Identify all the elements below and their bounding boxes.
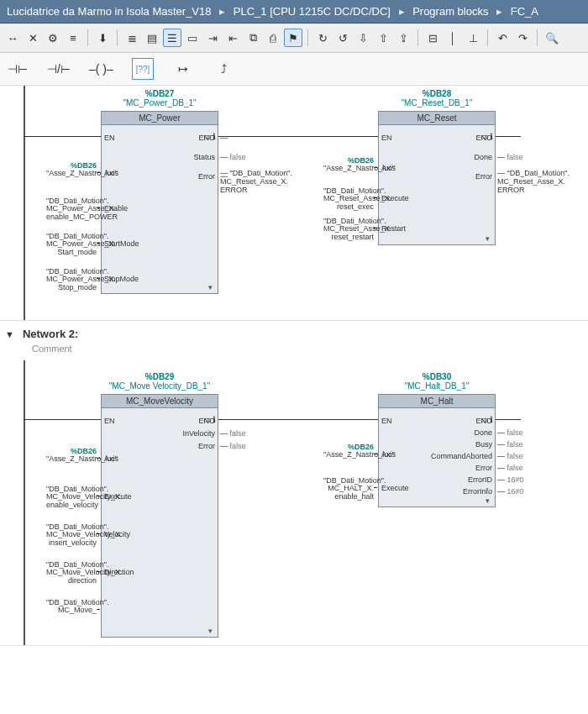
expand-icon[interactable]: ▾ <box>208 627 213 635</box>
branch-button[interactable]: ↦ <box>172 58 194 80</box>
pin-execute: Execute <box>381 484 409 492</box>
chevron-icon: ▸ <box>219 5 225 18</box>
pin-source[interactable]: %DB26"Asse_Z_Nastro_luc" <box>323 444 374 459</box>
expand-icon[interactable]: ▾ <box>486 496 490 505</box>
goto-ref-button[interactable]: ⇤ <box>223 29 242 47</box>
search-button[interactable]: 🔍 <box>543 29 561 47</box>
db-id: %DB30 <box>423 372 451 381</box>
expand-button[interactable]: ⊟ <box>423 29 442 47</box>
ladder-canvas[interactable]: %DB27"MC_Power_DB_1"MC_Power▭ℹENAxis%DB2… <box>0 86 588 714</box>
pin-en: EN <box>381 417 392 425</box>
fb-mc_movevelocity[interactable]: MC_MoveVelocity▭ℹENAxis%DB26"Asse_Z_Nast… <box>101 394 218 638</box>
empty-box-button[interactable]: [??] <box>132 58 155 80</box>
no-contact-button[interactable]: ⊣/⊢ <box>47 58 71 80</box>
delete-network-button[interactable]: ✕ <box>24 29 42 47</box>
block-title: MC_Reset <box>379 112 495 125</box>
pin-eno: ENO <box>198 417 215 425</box>
db-name: "MC_Power_DB_1" <box>123 98 196 108</box>
chevron-icon: ▸ <box>496 5 502 18</box>
pin-target[interactable]: — "DB_Dati_Motion".MC_Reset_Asse_X.ERROR <box>497 169 549 194</box>
pin-en: EN <box>104 417 115 425</box>
pin-invelocity: InVelocity <box>182 429 215 438</box>
go-online-button[interactable]: ↺ <box>333 29 352 47</box>
pin-source[interactable]: "DB_Dati_Motion".MC_Reset_Asse_X.reset_r… <box>323 218 374 241</box>
network-title: Network 2: <box>23 328 78 340</box>
pin-value: — false <box>497 428 523 437</box>
expand-icon[interactable]: ▾ <box>486 234 490 243</box>
nc-contact-button[interactable]: ⊣⊢ <box>7 58 29 80</box>
pin-source[interactable]: "DB_Dati_Motion".MC_Power_Asse_X.enable_… <box>46 197 97 221</box>
block-title: MC_MoveVelocity <box>102 395 218 408</box>
fb-mc_reset[interactable]: MC_Reset▭ℹENAxis%DB26"Asse_Z_Nastro_luc"… <box>378 111 496 245</box>
pin-source[interactable]: "DB_Dati_Motion".MC_Reset_Asse_X.reset_e… <box>323 187 374 211</box>
text-box-button[interactable]: ▭ <box>183 29 202 47</box>
pin-value: — false <box>497 452 523 460</box>
pin-error: Error <box>198 442 215 450</box>
ladder-toolbar: ⊣⊢⊣/⊢–( )–[??]↦⤴ <box>0 53 588 86</box>
pin-busy: Busy <box>475 440 492 449</box>
pin-source[interactable]: "DB_Dati_Motion".MC_Move_Velocity_X.inse… <box>46 523 97 547</box>
display-mode-button[interactable]: ☰ <box>163 29 181 47</box>
structure-button[interactable]: ≡ <box>64 29 82 47</box>
pin-eno: ENO <box>475 134 492 142</box>
pin-en: EN <box>104 134 115 142</box>
block-view-button[interactable]: ▤ <box>143 29 161 47</box>
filter-button[interactable]: ⚑ <box>284 29 302 47</box>
go-offline-button[interactable]: ⇩ <box>354 29 372 47</box>
expand-icon[interactable]: ▾ <box>208 283 213 291</box>
power-rail <box>24 86 25 320</box>
pin-source[interactable]: "DB_Dati_Motion".MC_Power_Asse_X.Start_m… <box>46 233 97 256</box>
db-id: %DB28 <box>423 89 451 98</box>
pin-en: EN <box>381 134 392 142</box>
pin-value: — false <box>497 464 523 472</box>
goto-def-button[interactable]: ⇥ <box>203 29 222 47</box>
db-id: %DB29 <box>145 372 174 381</box>
compile-button[interactable]: ⇧ <box>374 29 392 47</box>
pin-source[interactable]: "DB_Dati_Motion".MC_HALT_X.enable_halt <box>323 477 374 501</box>
pin-done: Done <box>474 153 492 161</box>
fb-mc_power[interactable]: MC_Power▭ℹENAxis%DB26"Asse_Z_Nastro_luc"… <box>101 111 218 294</box>
coil-button[interactable]: –( )– <box>89 58 113 80</box>
pin-error: Error <box>198 172 215 181</box>
network-2: ▼ Network 2: Comment %DB29"MC_Move Veloc… <box>0 321 588 646</box>
pin-source[interactable]: "DB_Dati_Motion".MC_Move_ <box>46 599 97 615</box>
redo-button[interactable]: ↷ <box>513 29 532 47</box>
undo-button[interactable]: ↶ <box>493 29 512 47</box>
pin-source[interactable]: %DB26"Asse_Z_Nastro_luc" <box>46 162 97 178</box>
collapse-icon[interactable]: ▼ <box>5 329 14 339</box>
align-button[interactable]: ⊥ <box>464 29 482 47</box>
monitor-button[interactable]: ↻ <box>313 29 332 47</box>
pin-source[interactable]: "DB_Dati_Motion".MC_Power_Asse_X.Stop_mo… <box>46 268 97 291</box>
pin-target[interactable]: — "DB_Dati_Motion".MC_Reset_Asse_X.ERROR <box>220 169 272 194</box>
breadcrumb-project[interactable]: Lucidatrice da Marmo in Isola Master_V18 <box>7 5 212 18</box>
download-hw-button[interactable]: ⇪ <box>394 29 412 47</box>
pin-error: Error <box>475 172 492 181</box>
breadcrumb-block[interactable]: FC_A <box>511 5 538 18</box>
main-toolbar: ↔✕⚙≡⬇≣▤☰▭⇥⇤⧉⎙⚑↻↺⇩⇧⇪⊟│⊥↶↷🔍 <box>0 24 588 53</box>
pin-source[interactable]: "DB_Dati_Motion".MC_Move_Velocity_X.enab… <box>46 486 97 509</box>
block-title: MC_Halt <box>379 395 495 408</box>
download-button[interactable]: ⬇ <box>93 29 112 47</box>
pin-value: — false <box>497 153 523 161</box>
open-db-button[interactable]: ⧉ <box>244 29 262 47</box>
fb-mc_halt[interactable]: MC_Halt▭ℹENAxis%DB26"Asse_Z_Nastro_luc"E… <box>378 394 496 507</box>
jump-button[interactable]: ⤴ <box>213 58 234 80</box>
pin-value: — <box>220 134 228 142</box>
breadcrumb-plc[interactable]: PLC_1 [CPU 1215C DC/DC/DC] <box>234 5 391 18</box>
favorites-button[interactable]: ⎙ <box>264 29 282 47</box>
pin-source[interactable]: "DB_Dati_Motion".MC_Move_Velocity_X.dire… <box>46 561 97 585</box>
pin-commandaborted: CommandAborted <box>431 452 492 460</box>
chevron-icon: ▸ <box>399 5 405 18</box>
pin-source[interactable]: %DB26"Asse_Z_Nastro_luc" <box>323 157 374 173</box>
pin-source[interactable]: %DB26"Asse_Z_Nastro_luc" <box>46 448 97 464</box>
pin-done: Done <box>474 428 492 437</box>
network-comment[interactable]: Comment <box>0 342 588 360</box>
pin-eno: ENO <box>198 134 215 142</box>
pin-value: — false <box>497 440 523 449</box>
block-title: MC_Power <box>102 112 218 125</box>
breadcrumb-folder[interactable]: Program blocks <box>412 5 488 18</box>
collapse-button[interactable]: │ <box>444 29 462 47</box>
insert-network-button[interactable]: ↔ <box>3 29 22 47</box>
list-view-button[interactable]: ≣ <box>123 29 141 47</box>
goto-button[interactable]: ⚙ <box>44 29 62 47</box>
